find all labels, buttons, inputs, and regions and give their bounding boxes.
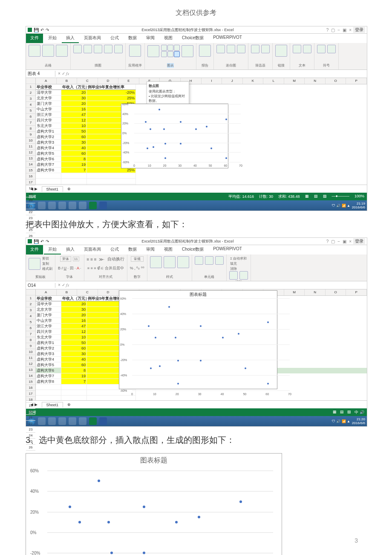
qa-redo-icon[interactable]: ↷ [46,239,49,244]
find-icon[interactable] [239,271,248,280]
picture-icon[interactable] [73,45,82,53]
cellfmt-icon[interactable] [177,256,189,268]
tab-file[interactable]: 文件 [26,34,43,43]
view-layout-icon[interactable]: ▤ [314,194,318,199]
qa-undo-icon[interactable]: ↶ [40,28,44,32]
tab-choice[interactable]: Choice数据 [178,34,208,43]
tray-icons[interactable]: 🛡 🔊 📶 ▲ [332,204,350,208]
help-icon[interactable]: ? [326,239,329,244]
pivottable-icon[interactable] [29,45,40,57]
font-selector[interactable]: 宋体 [60,256,71,262]
login-link[interactable]: 登录 [353,27,365,33]
fmt-painter-button[interactable]: 格式刷 [42,266,52,271]
excel-taskbar-icon[interactable] [89,417,97,425]
tab-review[interactable]: 审阅 [142,245,159,254]
slicer-icon[interactable] [251,45,259,53]
bar-chart-icon[interactable] [161,51,167,57]
symbol-icon[interactable] [327,45,336,53]
name-box[interactable]: 图表 4 [26,71,55,77]
maximize-icon[interactable]: ▣ [343,28,346,32]
picasa-icon[interactable] [69,202,76,209]
tab-insert[interactable]: 插入 [62,34,79,43]
sparkline-line-icon[interactable] [216,45,225,53]
ie-icon[interactable] [79,202,86,209]
condfmt-icon[interactable] [150,256,162,268]
ie-icon[interactable] [79,417,86,425]
help-icon[interactable]: ? [326,28,329,32]
tab-home[interactable]: 开始 [44,34,61,43]
minimize-icon[interactable]: − [337,28,340,32]
size-selector[interactable]: 11 [73,257,79,261]
qa-save-icon[interactable]: 💾 [34,239,39,244]
explorer-icon[interactable] [38,202,46,209]
tab-powerpivot[interactable]: POWERPIVOT [209,34,246,43]
view-normal-icon[interactable]: ▦ [333,410,337,415]
delete-cells-icon[interactable] [205,256,213,265]
excel-taskbar-icon[interactable] [89,202,97,209]
sheet-tab[interactable]: Sheet1 [42,186,63,192]
timeline-icon[interactable] [261,45,270,53]
tab-layout[interactable]: 页面布局 [80,245,105,254]
col-chart-icon[interactable] [161,45,167,51]
tab-layout[interactable]: 页面布局 [80,34,105,43]
equation-icon[interactable] [317,45,326,53]
smartart-icon[interactable] [104,45,112,53]
ribbon-opts-icon[interactable]: ▢ [331,239,335,244]
rec-pivot-icon[interactable] [42,45,54,57]
word-taskbar-icon[interactable] [99,417,107,425]
table-icon[interactable] [56,45,68,57]
ime-icon[interactable]: 中 🔊 [355,410,364,415]
name-box[interactable]: O14 [26,283,55,288]
pivotchart-icon[interactable] [182,45,193,57]
app-icon[interactable] [58,202,66,209]
tab-review[interactable]: 审阅 [142,34,159,43]
insert-cells-icon[interactable] [195,256,203,265]
merge-button[interactable]: 合并后居中 [105,266,124,270]
wrap-button[interactable]: 自动换行 [107,256,124,262]
tab-view[interactable]: 视图 [160,34,177,43]
app-icon[interactable] [58,417,66,425]
word-taskbar-icon[interactable] [99,202,107,209]
cut-button[interactable]: 剪切 [42,256,52,261]
scatter-chart-icon[interactable] [174,51,180,57]
worksheet[interactable]: 1234567891011121314151617181920212223242… [26,78,367,185]
zoom-slider[interactable]: —●——— [332,194,349,199]
headerfooter-icon[interactable] [303,45,311,53]
embedded-chart-1[interactable]: -60%-40%-20%0%20%40%60%010203040506070 [121,104,228,168]
clear-button[interactable]: 清除 [230,266,247,271]
ribbon-opts-icon[interactable]: ▢ [331,28,335,32]
pie-chart-icon[interactable] [174,45,180,51]
tab-data[interactable]: 数据 [124,34,141,43]
hyperlink-icon[interactable] [275,45,287,57]
tab-powerpivot[interactable]: POWERPIVOT [209,245,246,254]
copy-button[interactable]: 复制 [42,261,52,266]
tab-insert[interactable]: 插入 [62,245,79,254]
tab-formula[interactable]: 公式 [106,34,123,43]
tab-file[interactable]: 文件 [26,245,43,254]
format-cells-icon[interactable] [215,256,224,265]
tab-formula[interactable]: 公式 [106,245,123,254]
online-pic-icon[interactable] [84,45,92,53]
line-chart-icon[interactable] [167,45,173,51]
sparkline-col-icon[interactable] [227,45,235,53]
tray-icons[interactable]: 🛡 🔊 📶 ▲ [332,419,350,423]
zoom-level[interactable]: 100% [355,194,364,199]
shapes-icon[interactable] [94,45,102,53]
maximize-icon[interactable]: ▣ [343,239,346,244]
worksheet[interactable]: 1234567891011121314151617181920212223242… [26,289,367,400]
picasa-icon[interactable] [69,417,76,425]
screenshot-icon[interactable] [114,45,123,53]
view-break-icon[interactable]: ▧ [347,410,351,415]
rec-chart-icon[interactable] [147,45,159,57]
close-icon[interactable]: × [349,239,352,244]
login-link[interactable]: 登录 [353,238,365,244]
autosum-button[interactable]: Σ 自动求和 [230,256,247,261]
media-icon[interactable] [48,417,56,425]
minimize-icon[interactable]: − [337,239,340,244]
embedded-chart-2[interactable]: 图表标题 -60%-40%-20%0%20%40%60%010203040506… [119,290,277,389]
fill-button[interactable]: 填充 [230,261,247,266]
new-sheet-icon[interactable]: ⊕ [67,402,71,407]
fx-icon[interactable]: × ✓ 𝑓𝑥 [55,283,72,288]
office-apps-icon[interactable] [129,45,141,57]
qa-undo-icon[interactable]: ↶ [40,239,44,244]
